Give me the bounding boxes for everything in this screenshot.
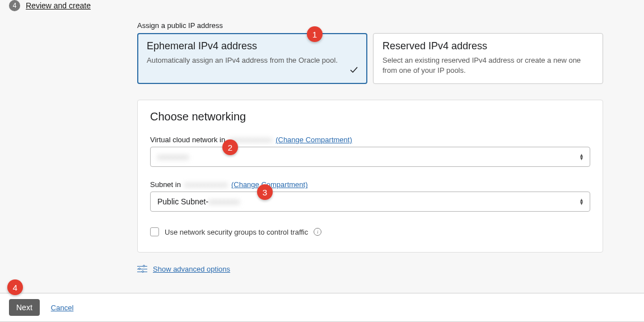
vcn-field-label: Virtual cloud network in xxxxxxxxxxxx (C… [150,136,590,144]
callout-badge-3: 3 [257,184,273,200]
ephemeral-ip-desc: Automatically assign an IPv4 address fro… [147,55,358,66]
callout-badge-2: 2 [222,139,238,155]
vcn-change-compartment-link[interactable]: (Change Compartment) [276,136,352,144]
advanced-options-row[interactable]: Show advanced options [137,265,603,273]
nsg-checkbox-label: Use network security groups to control t… [165,228,308,236]
show-advanced-options-link[interactable]: Show advanced options [153,265,230,273]
choose-networking-panel: Choose networking Virtual cloud network … [137,100,603,253]
next-button[interactable]: Next [9,299,40,316]
callout-badge-4: 4 [7,279,23,295]
networking-heading: Choose networking [150,110,590,123]
ephemeral-ip-card[interactable]: Ephemeral IPv4 address Automatically ass… [137,33,367,84]
vcn-select-value: xxxxxxxx [157,152,189,161]
subnet-field-label: Subnet in xxxxxxxxxxxx (Change Compartme… [150,180,590,189]
step-label[interactable]: Review and create [26,1,91,10]
vcn-select[interactable]: xxxxxxxx ▲▼ 2 [150,147,590,167]
check-icon [349,66,358,76]
subnet-compartment-masked: xxxxxxxxxxxx [184,180,228,189]
step-number-badge: 4 [9,0,20,11]
vcn-label-prefix: Virtual cloud network in [150,136,225,144]
subnet-select-value: Public Subnet-xxxxxxxx [157,197,240,206]
ephemeral-ip-title: Ephemeral IPv4 address [147,40,358,52]
reserved-ip-card[interactable]: Reserved IPv4 address Select an existing… [373,33,603,84]
callout-badge-1: 1 [307,26,323,42]
subnet-select[interactable]: Public Subnet-xxxxxxxx ▲▼ 3 [150,192,590,212]
wizard-step-review[interactable]: 4 Review and create [0,0,644,11]
reserved-ip-title: Reserved IPv4 address [382,40,594,52]
sliders-icon [137,265,147,273]
cancel-link[interactable]: Cancel [51,304,73,312]
ip-address-options: Ephemeral IPv4 address Automatically ass… [137,33,603,84]
wizard-footer: Next Cancel [0,293,644,322]
subnet-label-prefix: Subnet in [150,180,181,189]
info-icon[interactable]: i [314,228,321,236]
chevron-updown-icon: ▲▼ [579,153,584,160]
nsg-checkbox[interactable] [150,227,159,236]
reserved-ip-desc: Select an existing reserved IPv4 address… [382,55,594,76]
assign-ip-label: Assign a public IP address [137,21,603,30]
chevron-updown-icon: ▲▼ [579,198,584,205]
nsg-checkbox-row: Use network security groups to control t… [150,227,590,236]
